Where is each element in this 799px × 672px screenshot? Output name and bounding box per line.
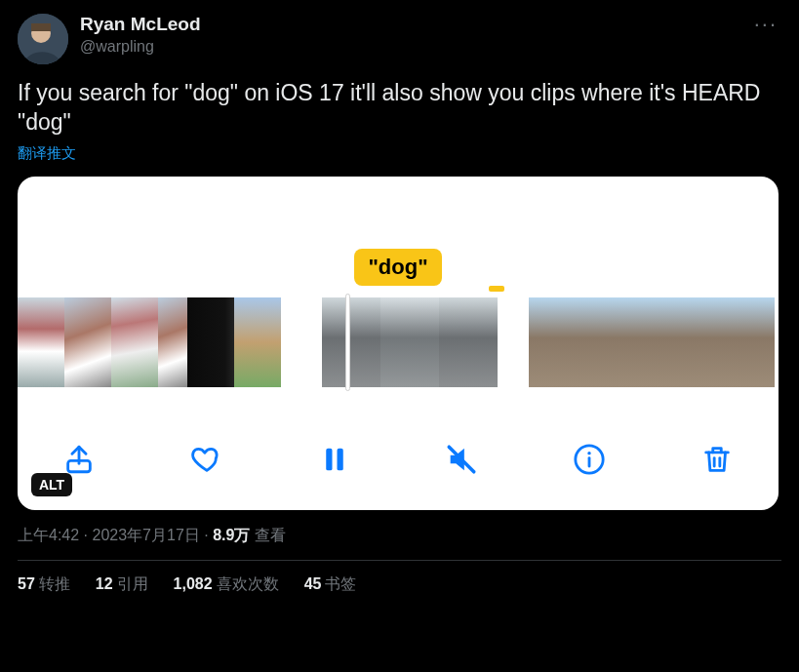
thumbnail[interactable] (529, 297, 570, 387)
trash-icon[interactable] (691, 433, 743, 486)
tweet-time[interactable]: 上午4:42 (18, 527, 79, 543)
search-term-callout: "dog" (354, 249, 441, 286)
stat-quotes[interactable]: 12引用 (96, 574, 148, 595)
author-block: Ryan McLeod @warpling (80, 14, 201, 57)
svg-point-9 (587, 452, 590, 455)
avatar[interactable] (18, 14, 68, 64)
tweet-meta: 上午4:42 · 2023年7月17日 · 8.9万 查看 (18, 526, 781, 546)
thumbnail[interactable] (734, 297, 775, 387)
stat-retweets[interactable]: 57转推 (18, 574, 70, 595)
pause-icon[interactable] (308, 433, 361, 486)
tweet-date[interactable]: 2023年7月17日 (92, 527, 199, 543)
thumbnail[interactable] (187, 297, 234, 387)
stat-bookmarks[interactable]: 45书签 (304, 574, 357, 595)
author-name[interactable]: Ryan McLeod (80, 14, 201, 35)
divider (18, 560, 781, 561)
thumbnail[interactable] (693, 297, 734, 387)
alt-badge[interactable]: ALT (31, 473, 72, 496)
thumbnail[interactable] (380, 297, 439, 387)
tweet-header: Ryan McLeod @warpling ··· (18, 14, 781, 64)
stat-likes[interactable]: 1,082喜欢次数 (174, 574, 279, 595)
svg-rect-4 (326, 449, 332, 471)
media-toolbar (18, 430, 779, 489)
dot: · (79, 527, 92, 543)
views-label: 查看 (255, 527, 286, 543)
tweet-card: Ryan McLeod @warpling ··· If you search … (0, 0, 799, 672)
thumbnail[interactable] (611, 297, 652, 387)
views-count: 8.9万 (213, 527, 250, 543)
heart-icon[interactable] (180, 433, 233, 486)
clip-gap (281, 297, 322, 387)
thumbnail[interactable] (322, 297, 380, 387)
media-attachment[interactable]: "dog" (18, 177, 779, 510)
author-handle[interactable]: @warpling (80, 37, 201, 57)
scrubber-playhead[interactable] (345, 294, 350, 391)
svg-rect-2 (31, 23, 51, 31)
thumbnail[interactable] (570, 297, 611, 387)
thumbnail[interactable] (652, 297, 693, 387)
svg-rect-5 (337, 449, 342, 471)
clip-gap (498, 297, 529, 387)
thumbnail[interactable] (234, 297, 281, 387)
translate-link[interactable]: 翻译推文 (18, 144, 781, 163)
thumbnail[interactable] (158, 297, 187, 387)
tweet-stats: 57转推 12引用 1,082喜欢次数 45书签 (18, 574, 781, 595)
mute-icon[interactable] (435, 433, 488, 486)
thumbnail[interactable] (111, 297, 158, 387)
thumbnail[interactable] (439, 297, 498, 387)
thumbnail[interactable] (64, 297, 111, 387)
search-callout-wrap: "dog" (18, 249, 779, 286)
dot: · (200, 527, 213, 543)
video-scrubber-strip[interactable] (18, 297, 779, 387)
tweet-text: If you search for "dog" on iOS 17 it'll … (18, 78, 781, 137)
info-icon[interactable] (563, 433, 616, 486)
more-options-icon[interactable]: ··· (754, 12, 778, 37)
scrubber-marker (489, 286, 504, 292)
thumbnail[interactable] (18, 297, 64, 387)
